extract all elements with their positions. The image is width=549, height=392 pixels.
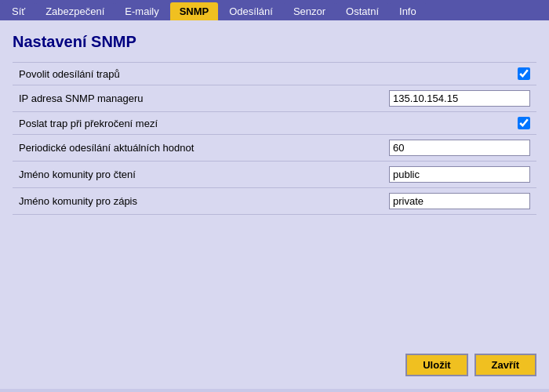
input-periodicke[interactable] bbox=[389, 140, 530, 156]
field-input-cell-ipAdresa bbox=[327, 85, 536, 112]
nav-tab-info[interactable]: Info bbox=[390, 2, 426, 20]
form-row-poslat: Poslat trap při překročení mezí bbox=[13, 112, 536, 135]
nav-tab-ostatni[interactable]: Ostatní bbox=[336, 2, 388, 20]
form-row-jmenoZapis: Jméno komunity pro zápis bbox=[13, 188, 536, 215]
checkbox-poslat[interactable] bbox=[518, 117, 530, 129]
nav-bar: SíťZabezpečeníE-mailySNMPOdesíláníSenzor… bbox=[0, 0, 549, 20]
input-ipAdresa[interactable] bbox=[389, 90, 530, 107]
field-label-poslat: Poslat trap při překročení mezí bbox=[13, 112, 327, 135]
page-title: Nastavení SNMP bbox=[13, 33, 536, 51]
form-row-jmenoCteni: Jméno komunity pro čtení bbox=[13, 162, 536, 188]
nav-tab-senzor[interactable]: Senzor bbox=[284, 2, 335, 20]
field-input-cell-periodicke bbox=[327, 135, 536, 162]
checkbox-povolitOdesilani[interactable] bbox=[518, 67, 530, 80]
form-row-povolitOdesilani: Povolit odesílání trapů bbox=[13, 63, 536, 85]
field-label-povolitOdesilani: Povolit odesílání trapů bbox=[13, 63, 327, 85]
form-table: Povolit odesílání trapůIP adresa SNMP ma… bbox=[13, 62, 536, 215]
form-row-periodicke: Periodické odesílání aktuálních hodnot bbox=[13, 135, 536, 162]
field-input-cell-poslat bbox=[327, 112, 536, 135]
close-button[interactable]: Zavřít bbox=[474, 354, 536, 376]
form-row-ipAdresa: IP adresa SNMP manageru bbox=[13, 85, 536, 112]
nav-tab-odesilani[interactable]: Odesílání bbox=[220, 2, 282, 20]
field-input-cell-povolitOdesilani bbox=[327, 63, 536, 85]
input-jmenoCteni[interactable] bbox=[389, 166, 530, 183]
nav-tab-emaily[interactable]: E-maily bbox=[115, 2, 168, 20]
main-content: Nastavení SNMP Povolit odesílání trapůIP… bbox=[0, 20, 549, 389]
field-input-cell-jmenoCteni bbox=[327, 162, 536, 188]
field-input-cell-jmenoZapis bbox=[327, 188, 536, 215]
field-label-jmenoCteni: Jméno komunity pro čtení bbox=[13, 162, 327, 188]
input-jmenoZapis[interactable] bbox=[389, 193, 530, 209]
nav-tab-sit[interactable]: Síť bbox=[2, 2, 35, 20]
nav-tab-zabezpeceni[interactable]: Zabezpečení bbox=[36, 2, 114, 20]
save-button[interactable]: Uložit bbox=[405, 354, 467, 376]
field-label-ipAdresa: IP adresa SNMP manageru bbox=[13, 85, 327, 112]
bottom-buttons: Uložit Zavřít bbox=[405, 354, 536, 376]
nav-tab-snmp[interactable]: SNMP bbox=[170, 2, 219, 20]
field-label-jmenoZapis: Jméno komunity pro zápis bbox=[13, 188, 327, 215]
field-label-periodicke: Periodické odesílání aktuálních hodnot bbox=[13, 135, 327, 162]
